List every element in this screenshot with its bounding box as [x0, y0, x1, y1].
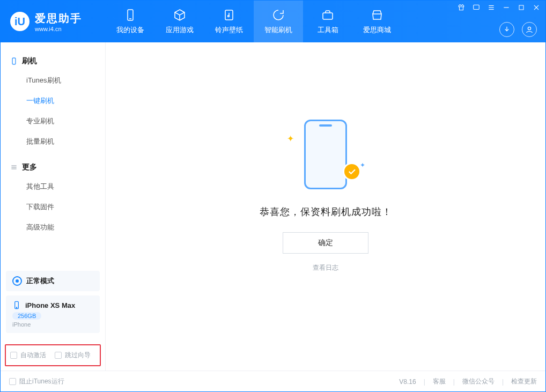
mode-indicator-icon — [12, 276, 22, 286]
cube-icon — [173, 8, 187, 22]
nav-label: 应用游戏 — [166, 25, 194, 35]
skin-icon[interactable] — [456, 3, 466, 12]
sidebar-item-itunes-flash[interactable]: iTunes刷机 — [1, 70, 105, 91]
nav-apps[interactable]: 应用游戏 — [155, 1, 204, 42]
nav-flash[interactable]: 智能刷机 — [254, 1, 303, 42]
svg-rect-4 — [323, 13, 333, 19]
store-icon — [370, 8, 384, 22]
music-icon — [222, 8, 236, 22]
svg-point-19 — [16, 307, 17, 308]
sparkle-icon: ✦ — [287, 134, 294, 144]
separator: | — [502, 378, 504, 386]
sidebar-item-advanced[interactable]: 高级功能 — [1, 217, 105, 238]
logo-text: 爱思助手 www.i4.cn — [35, 11, 82, 32]
capacity-badge: 256GB — [12, 312, 41, 320]
phone-icon — [12, 301, 21, 309]
checkbox-label: 跳过向导 — [65, 351, 91, 360]
mode-label: 正常模式 — [26, 276, 54, 286]
footer-link-update[interactable]: 检查更新 — [511, 377, 537, 386]
nav-label: 铃声壁纸 — [215, 25, 243, 35]
svg-point-3 — [228, 16, 230, 17]
footer-link-wechat[interactable]: 微信公众号 — [462, 377, 495, 386]
app-url: www.i4.cn — [35, 26, 82, 32]
sidebar-section-more: 更多 — [1, 158, 105, 176]
logo[interactable]: iU 爱思助手 www.i4.cn — [1, 11, 106, 32]
toolbox-icon — [321, 8, 335, 22]
section-label: 刷机 — [22, 56, 37, 66]
checkbox-block-itunes[interactable]: 阻止iTunes运行 — [9, 377, 64, 386]
view-log-link[interactable]: 查看日志 — [313, 263, 338, 272]
checkbox-icon — [9, 378, 16, 385]
sidebar-section-flash: 刷机 — [1, 52, 105, 70]
refresh-icon — [271, 8, 285, 22]
download-button[interactable] — [499, 22, 514, 37]
main-content: ✦ ✦ 恭喜您，保资料刷机成功啦！ 确定 查看日志 — [106, 42, 545, 371]
sparkle-icon: ✦ — [360, 161, 365, 169]
checkbox-skip-guide[interactable]: 跳过向导 — [55, 351, 91, 360]
nav-label: 智能刷机 — [264, 25, 292, 35]
top-nav: 我的设备 应用游戏 铃声壁纸 智能刷机 工具箱 爱思商城 — [106, 1, 402, 42]
svg-rect-5 — [474, 5, 479, 9]
separator: | — [453, 378, 455, 386]
header-actions — [499, 22, 537, 37]
checkbox-icon — [55, 352, 62, 359]
sidebar-item-batch-flash[interactable]: 批量刷机 — [1, 131, 105, 152]
nav-store[interactable]: 爱思商城 — [352, 1, 402, 42]
device-type-label: iPhone — [12, 321, 93, 328]
mode-card[interactable]: 正常模式 — [6, 271, 100, 291]
feedback-icon[interactable] — [471, 3, 481, 12]
status-bar: 阻止iTunes运行 V8.16 | 客服 | 微信公众号 | 检查更新 — [1, 371, 545, 392]
nav-ringtone[interactable]: 铃声壁纸 — [204, 1, 254, 42]
svg-rect-14 — [12, 58, 16, 64]
svg-rect-10 — [519, 5, 523, 10]
version-label: V8.16 — [399, 378, 416, 386]
success-illustration: ✦ ✦ — [293, 120, 358, 195]
app-body: 刷机 iTunes刷机 一键刷机 专业刷机 批量刷机 更多 其他工具 下载固件 … — [1, 42, 545, 371]
menu-icon[interactable] — [486, 3, 496, 12]
app-header: iU 爱思助手 www.i4.cn 我的设备 应用游戏 铃声壁纸 智能刷机 工具… — [1, 1, 545, 42]
nav-toolbox[interactable]: 工具箱 — [303, 1, 352, 42]
section-label: 更多 — [22, 162, 37, 172]
sidebar-item-oneclick-flash[interactable]: 一键刷机 — [1, 91, 105, 111]
nav-label: 工具箱 — [318, 25, 338, 35]
svg-point-13 — [528, 27, 530, 29]
footer-link-support[interactable]: 客服 — [433, 377, 446, 386]
device-name-label: iPhone XS Max — [25, 301, 75, 309]
checkbox-label: 自动激活 — [20, 351, 46, 360]
sidebar-item-other-tools[interactable]: 其他工具 — [1, 176, 105, 197]
checkbox-icon — [10, 352, 17, 359]
bottom-options: 自动激活 跳过向导 — [5, 344, 101, 366]
device-icon — [123, 8, 137, 22]
ok-button[interactable]: 确定 — [283, 232, 368, 254]
minimize-icon[interactable] — [501, 3, 511, 12]
app-title: 爱思助手 — [35, 11, 82, 26]
sidebar-item-download-fw[interactable]: 下载固件 — [1, 197, 105, 217]
phone-outline-icon — [304, 120, 347, 189]
account-button[interactable] — [522, 22, 537, 37]
nav-label: 我的设备 — [116, 25, 144, 35]
nav-label: 爱思商城 — [363, 25, 391, 35]
success-check-icon — [343, 162, 361, 181]
device-panel: 正常模式 iPhone XS Max 256GB iPhone — [6, 267, 100, 333]
sidebar-item-pro-flash[interactable]: 专业刷机 — [1, 111, 105, 131]
close-icon[interactable] — [532, 3, 541, 12]
checkbox-label: 阻止iTunes运行 — [19, 377, 64, 386]
separator: | — [424, 378, 425, 386]
nav-my-device[interactable]: 我的设备 — [106, 1, 155, 42]
logo-icon: iU — [10, 12, 29, 31]
window-controls — [456, 3, 541, 12]
checkbox-auto-activate[interactable]: 自动激活 — [10, 351, 46, 360]
device-card[interactable]: iPhone XS Max 256GB iPhone — [6, 295, 100, 333]
success-message: 恭喜您，保资料刷机成功啦！ — [260, 205, 392, 218]
sidebar: 刷机 iTunes刷机 一键刷机 专业刷机 批量刷机 更多 其他工具 下载固件 … — [1, 42, 106, 371]
maximize-icon[interactable] — [517, 3, 526, 12]
